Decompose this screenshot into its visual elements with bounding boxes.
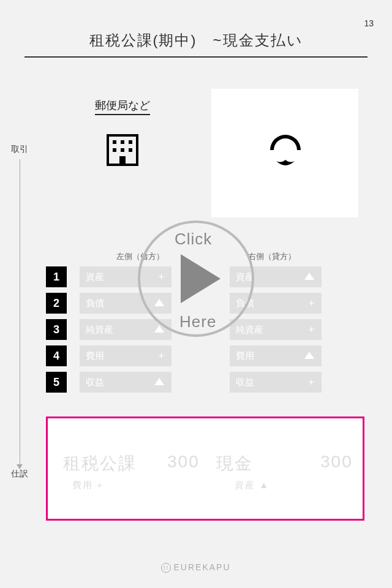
journal-debit-sub: 費用 + — [72, 480, 104, 491]
journal-debit-account: 租税公課 — [63, 452, 137, 475]
journal-debit-amount: 300 — [167, 452, 200, 472]
person-icon — [266, 132, 304, 177]
svg-rect-6 — [129, 148, 132, 152]
cell-label: 費用 — [236, 350, 254, 362]
cell-label: 収益 — [236, 377, 254, 388]
journal-entry-box: 租税公課 300 現金 300 費用 + 資産 ▲ — [46, 417, 364, 521]
svg-rect-7 — [119, 156, 126, 165]
logo-mark-icon: !! — [161, 563, 171, 573]
cell-label: 純資産 — [236, 324, 263, 336]
op-triangle-icon — [304, 271, 314, 282]
cell-label: 資産 — [86, 271, 104, 283]
side-label-transaction: 取引 — [11, 144, 28, 155]
row-number: 4 — [46, 345, 67, 366]
shop-card — [211, 89, 358, 217]
cell-credit: 収益+ — [230, 372, 322, 393]
op-plus-icon: + — [309, 377, 314, 388]
label-post-office: 郵便局など — [95, 98, 150, 115]
op-plus-icon: + — [309, 298, 314, 309]
overlay-click-label: Click — [175, 230, 212, 249]
cell-credit: 純資産+ — [230, 319, 322, 340]
op-plus-icon: + — [309, 324, 314, 335]
footer-logo: !!EUREKAPU — [0, 562, 392, 573]
svg-rect-5 — [121, 148, 124, 152]
row-number: 5 — [46, 372, 67, 393]
journal-credit-sub: 資産 ▲ — [235, 480, 270, 491]
table-row: 5 収益 収益+ — [46, 372, 364, 394]
journal-credit-account: 現金 — [216, 452, 253, 475]
cell-label: 収益 — [86, 377, 104, 388]
op-triangle-icon — [304, 350, 314, 361]
page-title: 租税公課(期中) ~現金支払い — [24, 31, 368, 50]
page-number: 13 — [364, 18, 374, 28]
cell-debit: 収益 — [80, 372, 172, 393]
row-number: 3 — [46, 319, 67, 340]
op-plus-icon: + — [159, 350, 164, 361]
footer-text: EUREKAPU — [173, 562, 230, 572]
row-number: 1 — [46, 266, 67, 287]
flow-arrow-line — [20, 159, 20, 466]
table-row: 4 費用+ 費用 — [46, 345, 364, 368]
cell-label: 純資産 — [86, 324, 113, 336]
cell-label: 費用 — [86, 350, 104, 362]
cell-label: 負債 — [86, 298, 104, 309]
building-icon — [104, 132, 141, 171]
play-icon — [181, 254, 221, 303]
overlay-here-label: Here — [179, 312, 216, 331]
row-number: 2 — [46, 293, 67, 314]
op-triangle-icon — [154, 377, 164, 388]
side-label-journal: 仕訳 — [11, 469, 28, 480]
svg-rect-2 — [121, 140, 124, 144]
cell-debit: 費用+ — [80, 345, 172, 366]
svg-rect-4 — [113, 148, 116, 152]
svg-rect-3 — [129, 140, 132, 144]
journal-credit-amount: 300 — [320, 452, 353, 472]
cell-credit: 費用 — [230, 345, 322, 366]
col-header-credit: 右側（貸方） — [248, 251, 296, 262]
title-bar: 租税公課(期中) ~現金支払い — [24, 31, 368, 58]
svg-rect-1 — [113, 140, 116, 144]
